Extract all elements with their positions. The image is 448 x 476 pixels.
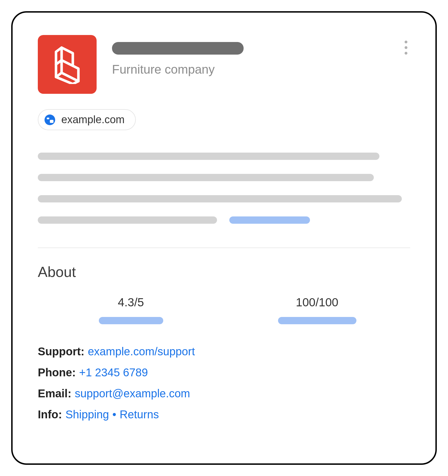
text-line-placeholder [38, 174, 374, 181]
more-menu-button[interactable] [402, 38, 410, 57]
stat-label-placeholder[interactable] [278, 317, 356, 324]
company-logo [38, 35, 97, 94]
rating-stat: 4.3/5 [38, 296, 224, 324]
score-stat: 100/100 [224, 296, 410, 324]
website-text: example.com [61, 114, 125, 126]
section-divider [38, 248, 410, 248]
about-heading: About [38, 263, 410, 280]
dot-icon [405, 41, 407, 43]
score-value: 100/100 [296, 296, 339, 309]
contact-list: Support: example.com/support Phone: +1 2… [38, 345, 410, 421]
contact-row-email: Email: support@example.com [38, 387, 410, 400]
globe-icon [45, 115, 55, 125]
text-line-placeholder [38, 195, 402, 202]
contact-row-info: Info: Shipping • Returns [38, 408, 410, 421]
contact-row-support: Support: example.com/support [38, 345, 410, 358]
support-link[interactable]: example.com/support [88, 345, 195, 358]
website-chip[interactable]: example.com [38, 109, 136, 130]
info-label: Info: [38, 408, 62, 421]
text-line-placeholder [38, 153, 379, 160]
company-category: Furniture company [112, 62, 410, 76]
panel-header: Furniture company [38, 35, 410, 94]
description-placeholder-block [38, 153, 410, 224]
support-label: Support: [38, 345, 85, 358]
stat-label-placeholder[interactable] [99, 317, 163, 324]
company-name-placeholder [112, 42, 244, 55]
title-block: Furniture company [112, 42, 410, 76]
text-line-placeholder [38, 216, 217, 224]
info-shipping-link[interactable]: Shipping [66, 408, 109, 421]
contact-row-phone: Phone: +1 2345 6789 [38, 366, 410, 379]
knowledge-panel-card: Furniture company example.com About 4.3/… [11, 11, 437, 465]
link-placeholder[interactable] [229, 216, 310, 224]
text-line-row [38, 216, 410, 224]
dot-icon [405, 52, 407, 55]
email-label: Email: [38, 387, 71, 400]
info-returns-link[interactable]: Returns [120, 408, 159, 421]
phone-label: Phone: [38, 366, 76, 379]
bullet-separator: • [112, 408, 116, 421]
email-link[interactable]: support@example.com [75, 387, 190, 400]
dot-icon [405, 46, 407, 49]
phone-link[interactable]: +1 2345 6789 [79, 366, 148, 379]
chair-icon [50, 45, 84, 84]
stats-row: 4.3/5 100/100 [38, 296, 410, 324]
rating-value: 4.3/5 [118, 296, 144, 309]
